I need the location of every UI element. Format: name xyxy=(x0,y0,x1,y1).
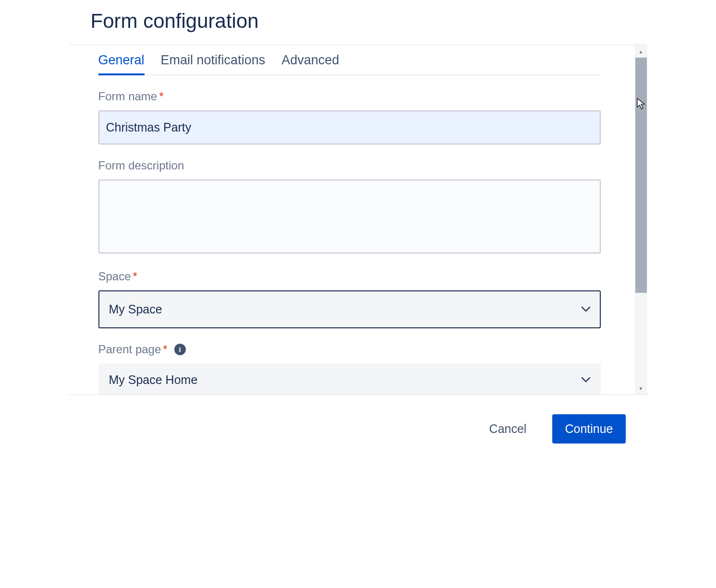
select-parent-page[interactable]: My Space Home xyxy=(98,363,601,395)
label-text: Parent page xyxy=(98,343,161,356)
required-asterisk: * xyxy=(159,90,163,103)
modal-body-wrap: General Email notifications Advanced For… xyxy=(69,45,647,395)
tab-advanced[interactable]: Advanced xyxy=(281,46,339,75)
label-form-description: Form description xyxy=(98,159,601,172)
label-space: Space * xyxy=(98,270,601,283)
label-parent-page: Parent page * i xyxy=(98,343,601,356)
required-asterisk: * xyxy=(163,343,167,356)
scroll-down-arrow[interactable]: ▼ xyxy=(635,382,647,395)
label-text: Space xyxy=(98,270,131,283)
field-form-description: Form description xyxy=(98,159,601,255)
label-form-name: Form name * xyxy=(98,90,601,103)
cancel-button[interactable]: Cancel xyxy=(477,414,539,444)
field-form-name: Form name * xyxy=(98,90,601,144)
required-asterisk: * xyxy=(133,270,137,283)
tabs: General Email notifications Advanced xyxy=(98,45,601,75)
info-icon[interactable]: i xyxy=(174,344,186,355)
tab-general[interactable]: General xyxy=(98,46,145,75)
select-value: My Space xyxy=(109,302,162,316)
tab-email-notifications[interactable]: Email notifications xyxy=(161,46,266,75)
input-form-name[interactable] xyxy=(98,110,601,144)
chevron-down-icon xyxy=(582,305,590,314)
field-parent-page: Parent page * i My Space Home xyxy=(98,343,601,395)
scrollbar[interactable]: ▲ ▼ xyxy=(635,45,647,395)
label-text: Form name xyxy=(98,90,158,103)
field-space: Space * My Space xyxy=(98,270,601,328)
select-space[interactable]: My Space xyxy=(98,290,601,328)
scroll-up-arrow[interactable]: ▲ xyxy=(635,45,647,58)
label-text: Form description xyxy=(98,159,184,172)
modal-header: Form configuration xyxy=(69,0,647,45)
scroll-thumb[interactable] xyxy=(635,58,647,293)
select-value: My Space Home xyxy=(109,373,198,387)
modal-title: Form configuration xyxy=(91,10,626,33)
continue-button[interactable]: Continue xyxy=(552,414,625,444)
input-form-description[interactable] xyxy=(98,180,601,253)
modal-body: General Email notifications Advanced For… xyxy=(69,45,647,395)
form-config-modal: Form configuration General Email notific… xyxy=(69,0,647,461)
chevron-down-icon xyxy=(582,375,590,385)
modal-footer: Cancel Continue xyxy=(69,395,647,461)
